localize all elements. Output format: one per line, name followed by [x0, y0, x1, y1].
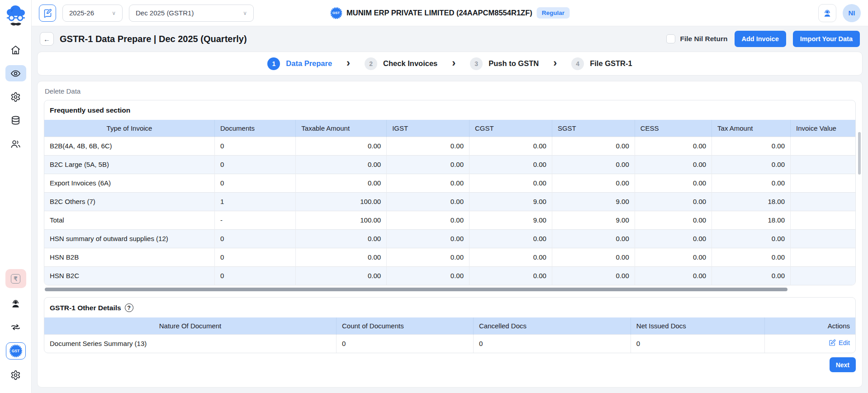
gst-badge-icon: GST: [9, 345, 22, 357]
table-cell: 0.00: [552, 137, 635, 155]
chevron-down-icon: ∨: [233, 10, 247, 16]
step-label: File GSTR-1: [590, 59, 632, 68]
sidebar-item-view[interactable]: [5, 65, 26, 81]
other-details-table: Nature Of DocumentCount of DocumentsCanc…: [44, 317, 855, 353]
chevron-right-icon: ›: [346, 57, 350, 70]
topbar-right: NI: [818, 4, 861, 22]
table-cell: 0: [215, 248, 296, 266]
table-cell: 0.00: [635, 229, 711, 248]
table-cell: 0.00: [635, 155, 711, 174]
table-row: HSN summary of outward supplies (12)00.0…: [44, 229, 855, 248]
step-number: 4: [571, 57, 584, 70]
table-cell: 0.00: [470, 248, 552, 266]
table-cell: 0.00: [635, 248, 711, 266]
fiscal-year-select[interactable]: 2025-26 ∨: [62, 5, 123, 22]
table-header-row: Nature Of DocumentCount of DocumentsCanc…: [44, 317, 855, 334]
table-cell: [791, 248, 856, 266]
table-cell: Export Invoices (6A): [44, 174, 215, 192]
step-push-to-gstn[interactable]: 3Push to GSTN: [470, 57, 539, 70]
sidebar-item-preferences[interactable]: [5, 367, 26, 383]
sidebar-item-billing[interactable]: ₹: [5, 269, 26, 288]
horizontal-scrollbar[interactable]: [45, 288, 787, 291]
table-cell: Document Series Summary (13): [44, 334, 336, 353]
step-data-prepare[interactable]: 1Data Prepare: [267, 57, 332, 70]
eye-icon: [10, 68, 21, 79]
edit-button[interactable]: Edit: [829, 339, 850, 346]
frequently-used-table: Type of InvoiceDocumentsTaxable AmountIG…: [44, 120, 855, 285]
table-cell: 0.00: [635, 174, 711, 192]
table-cell: 100.00: [296, 192, 387, 211]
sidebar-bottom-group: ₹ GST: [5, 265, 26, 387]
user-avatar[interactable]: NI: [843, 4, 861, 22]
other-details-title: GSTR-1 Other Details: [50, 304, 121, 312]
gear-icon: [10, 92, 21, 102]
stepper: 1Data Prepare›2Check Invoices›3Push to G…: [37, 52, 863, 76]
sidebar-item-support[interactable]: [5, 295, 26, 312]
table-cell: 0: [215, 266, 296, 285]
step-label: Check Invoices: [383, 59, 437, 68]
next-button[interactable]: Next: [830, 357, 856, 372]
topbar: 2025-26 ∨ Dec 2025 (GSTR1) ∨ GST MUNIM E…: [32, 0, 868, 26]
gst-logo-icon: GST: [330, 7, 342, 19]
frequently-used-section: Frequently used section Type of InvoiceD…: [44, 100, 856, 285]
import-your-data-button[interactable]: Import Your Data: [793, 31, 860, 47]
table-cell: 9.00: [470, 192, 552, 211]
table-cell: 0.00: [387, 137, 470, 155]
sidebar-item-data[interactable]: [5, 112, 26, 128]
support-button[interactable]: [818, 4, 836, 22]
edit-pencil-icon: [829, 339, 836, 346]
table-cell: 0.00: [387, 211, 470, 229]
return-period-select[interactable]: Dec 2025 (GSTR1) ∨: [129, 5, 254, 22]
table-cell: 9.00: [552, 192, 635, 211]
table-cell: Total: [44, 211, 215, 229]
table-cell: [791, 155, 856, 174]
step-label: Push to GSTN: [489, 59, 539, 68]
table-cell: 0: [336, 334, 473, 353]
table-cell: 0.00: [387, 174, 470, 192]
add-invoice-button[interactable]: Add Invoice: [735, 31, 786, 47]
table-cell: 0.00: [635, 211, 711, 229]
table-header-row: Type of InvoiceDocumentsTaxable AmountIG…: [44, 120, 855, 137]
table-cell: 0.00: [635, 192, 711, 211]
file-nil-return-checkbox[interactable]: [666, 34, 675, 43]
data-prepare-panel: Delete Data Frequently used section Type…: [37, 81, 863, 388]
home-icon: [10, 45, 21, 55]
notes-button[interactable]: [39, 5, 56, 22]
munim-logo-icon[interactable]: [5, 4, 27, 26]
sidebar-item-gst[interactable]: GST: [6, 342, 26, 360]
step-label: Data Prepare: [286, 59, 332, 68]
vertical-scrollbar[interactable]: [858, 132, 861, 175]
table-cell: 0.00: [712, 174, 791, 192]
sidebar-item-home[interactable]: [5, 42, 26, 58]
delete-data-button[interactable]: Delete Data: [44, 86, 81, 100]
main-content: 2025-26 ∨ Dec 2025 (GSTR1) ∨ GST MUNIM E…: [32, 0, 868, 393]
table-cell: -: [215, 211, 296, 229]
chevron-down-icon: ∨: [102, 10, 116, 16]
table-cell: B2B(4A, 4B, 6B, 6C): [44, 137, 215, 155]
table-cell: HSN summary of outward supplies (12): [44, 229, 215, 248]
step-check-invoices[interactable]: 2Check Invoices: [365, 57, 437, 70]
frequently-used-title: Frequently used section: [44, 100, 855, 120]
back-button[interactable]: ←: [40, 32, 54, 46]
table-cell: 0.00: [552, 155, 635, 174]
table-cell: 0.00: [552, 229, 635, 248]
table-cell: 18.00: [712, 192, 791, 211]
sidebar-item-sync[interactable]: [5, 319, 26, 335]
table-row: B2C Large (5A, 5B)00.000.000.000.000.000…: [44, 155, 855, 174]
table-cell: [791, 192, 856, 211]
sidebar-item-settings[interactable]: [5, 89, 26, 105]
help-icon[interactable]: ?: [125, 303, 133, 312]
table-row: B2C Others (7)1100.000.009.009.000.0018.…: [44, 192, 855, 211]
table-cell: 0: [215, 174, 296, 192]
column-header: Invoice Value: [791, 120, 856, 137]
table-cell: 0.00: [712, 155, 791, 174]
table-cell: [791, 211, 856, 229]
table-cell: 0.00: [296, 155, 387, 174]
table-cell: 0.00: [387, 229, 470, 248]
step-file-gstr-1[interactable]: 4File GSTR-1: [571, 57, 632, 70]
sidebar-item-users[interactable]: [5, 136, 26, 152]
title-actions: File Nil Return Add Invoice Import Your …: [666, 31, 860, 47]
actions-cell: Edit: [764, 334, 855, 353]
other-details-section: GSTR-1 Other Details ? Nature Of Documen…: [44, 297, 856, 353]
column-header: Type of Invoice: [44, 120, 215, 137]
